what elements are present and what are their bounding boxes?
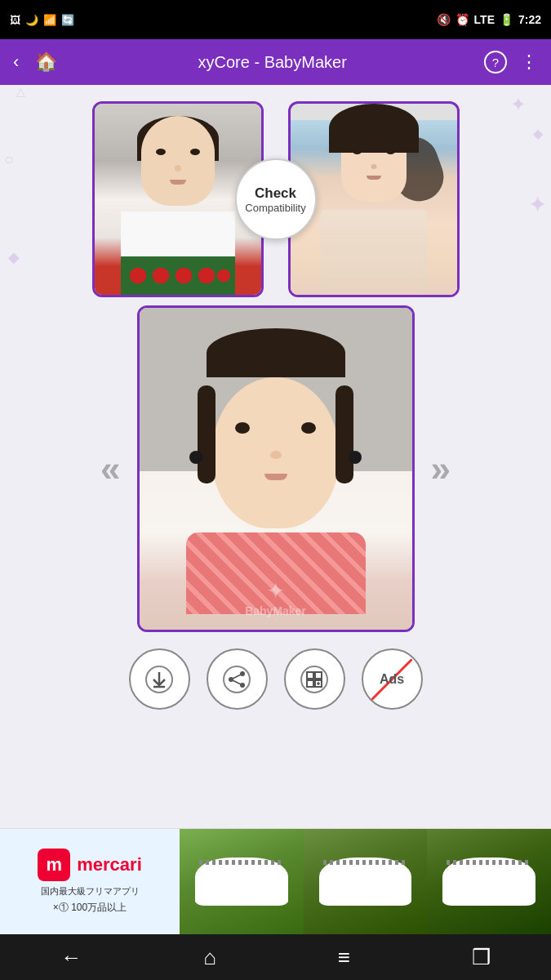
nav-window-button[interactable]: ❒ — [455, 938, 507, 977]
svg-line-7 — [233, 675, 241, 679]
decor-star-5: △ — [16, 85, 25, 98]
share-icon — [223, 666, 251, 693]
ad-images — [180, 829, 551, 935]
shoe-shape-2 — [319, 858, 412, 906]
female-nose — [371, 164, 376, 169]
baby-hair-tie-right — [349, 451, 362, 464]
collage-button[interactable] — [284, 648, 345, 710]
mercari-logo: m mercari — [38, 849, 142, 881]
baby-face-oval — [212, 377, 339, 528]
svg-point-3 — [224, 666, 250, 693]
more-menu-button[interactable]: ⋮ — [517, 48, 541, 76]
ad-tagline-2: ×① 100万品以上 — [53, 901, 127, 915]
shoe-laces-2 — [323, 860, 408, 865]
shoe-shape-1 — [195, 858, 288, 906]
baby-hair-top — [207, 328, 345, 377]
app-bar: ‹ 🏠 xyCore - BabyMaker ? ⋮ — [0, 39, 551, 85]
mercari-name: mercari — [77, 854, 142, 875]
nav-back-button[interactable]: ← — [44, 938, 98, 977]
ad-banner: m mercari 国内最大級フリマアプリ ×① 100万品以上 — [0, 828, 551, 934]
status-bar: 🖼 🌙 📶 🔄 🔇 ⏰ LTE 🔋 7:22 — [0, 0, 551, 39]
time-display: 7:22 — [518, 13, 541, 26]
decor-circle-1: ○ — [4, 150, 14, 169]
baby-eye-left — [235, 422, 250, 434]
baby-mouth — [264, 474, 287, 480]
shoe-laces-3 — [447, 860, 531, 865]
wifi-icon: 📶 — [43, 14, 56, 26]
check-label-line2: Compatibility — [245, 202, 305, 214]
male-mouth — [170, 180, 186, 185]
watermark-text: BabyMaker — [245, 604, 306, 617]
male-face — [141, 116, 215, 206]
prev-baby-button[interactable]: « — [100, 448, 120, 489]
female-body — [321, 210, 427, 292]
shoe-shape-3 — [442, 858, 535, 906]
check-compatibility-button[interactable]: Check Compatibility — [235, 158, 317, 240]
mute-icon: 🔇 — [437, 13, 451, 26]
main-content: ✦ ◆ ✦ ◆ △ ○ — [0, 85, 551, 742]
baby-hair-right — [335, 385, 353, 483]
baby-photo-content: ✦ BabyMaker — [140, 308, 412, 630]
female-hair-top — [329, 104, 419, 153]
help-button[interactable]: ? — [484, 51, 507, 74]
baby-hair-tie-left — [189, 451, 202, 464]
svg-point-5 — [240, 683, 245, 688]
baby-hair-left — [198, 385, 216, 483]
svg-rect-10 — [307, 672, 313, 679]
svg-rect-11 — [315, 672, 322, 679]
ad-shoe-2 — [304, 829, 428, 935]
ad-shoe-1 — [180, 829, 304, 935]
share-button[interactable] — [207, 648, 268, 710]
parents-inner: Check Compatibility — [92, 101, 460, 297]
baby-eye-right — [301, 422, 316, 434]
baby-photo: ✦ BabyMaker — [137, 305, 415, 632]
svg-point-4 — [240, 671, 245, 676]
baby-nose — [270, 451, 282, 459]
app-title: xyCore - BabyMaker — [70, 53, 474, 72]
clock-icon: ⏰ — [455, 13, 469, 26]
female-eye-left — [353, 149, 362, 154]
moon-icon: 🌙 — [25, 14, 38, 26]
download-button[interactable] — [129, 648, 190, 710]
status-icons-right: 🔇 ⏰ LTE 🔋 7:22 — [437, 13, 541, 26]
female-mouth — [367, 176, 381, 180]
male-eye-right — [190, 149, 200, 155]
shoe-bg-2 — [304, 829, 428, 935]
ad-shoe-3 — [427, 829, 551, 935]
svg-line-8 — [233, 680, 241, 684]
signal-icon: LTE — [474, 13, 495, 26]
male-flowers — [121, 256, 235, 295]
rotation-icon: 🔄 — [61, 14, 74, 26]
home-button[interactable]: 🏠 — [32, 48, 60, 76]
svg-rect-12 — [307, 680, 313, 687]
shoe-laces-1 — [199, 860, 284, 865]
female-eye-right — [386, 149, 395, 154]
ad-logo-area: m mercari 国内最大級フリマアプリ ×① 100万品以上 — [0, 829, 180, 935]
svg-point-6 — [229, 677, 233, 682]
shoe-bg-3 — [427, 829, 551, 935]
check-label-line1: Check — [255, 185, 296, 202]
back-button[interactable]: ‹ — [10, 48, 22, 76]
shoe-bg-1 — [180, 829, 304, 935]
no-ads-label: Ads — [380, 672, 404, 687]
nav-home-button[interactable]: ⌂ — [187, 938, 233, 977]
bottom-nav-bar: ← ⌂ ≡ ❒ — [0, 934, 551, 980]
ad-tagline-1: 国内最大級フリマアプリ — [41, 885, 140, 898]
baby-section: « — [16, 305, 535, 632]
nav-menu-button[interactable]: ≡ — [322, 938, 367, 977]
mercari-m-icon: m — [38, 849, 70, 881]
parents-wrapper: Check Compatibility — [16, 101, 535, 297]
no-ads-button[interactable]: Ads — [362, 648, 423, 710]
status-icons-left: 🖼 🌙 📶 🔄 — [10, 14, 74, 26]
action-buttons-row: Ads — [16, 648, 535, 710]
image-icon: 🖼 — [10, 14, 20, 26]
download-icon — [145, 666, 173, 693]
male-nose — [175, 165, 181, 172]
next-baby-button[interactable]: » — [431, 448, 451, 489]
male-eye-left — [156, 149, 166, 155]
battery-icon: 🔋 — [500, 13, 513, 26]
male-shirt — [121, 212, 235, 257]
grid-icon — [300, 666, 328, 693]
watermark-area: ✦ BabyMaker — [245, 577, 306, 617]
